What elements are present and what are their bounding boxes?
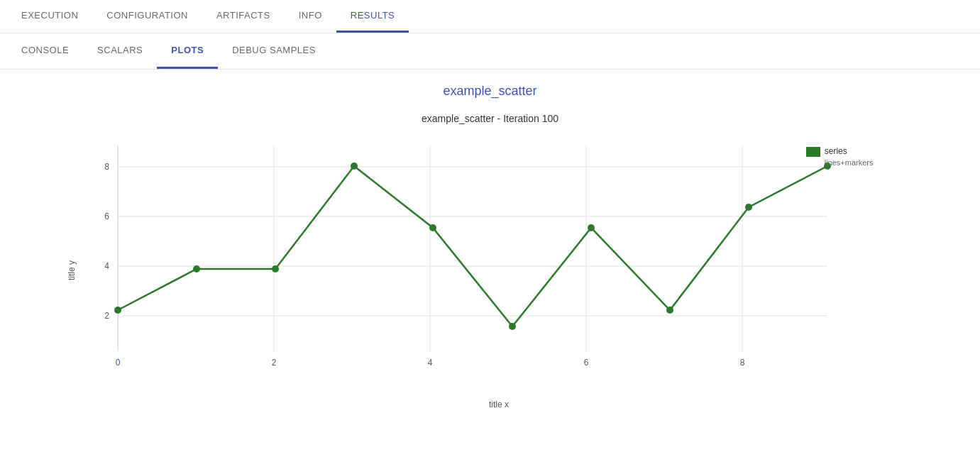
y-tick-2: 2: [104, 311, 109, 321]
data-point-4: [429, 224, 436, 231]
chart-svg: 8 6 4 2 0 2 4 6 8: [82, 131, 863, 394]
sub-nav-tab-plots[interactable]: PLOTS: [157, 33, 218, 69]
legend-series-mode: lines+markers: [825, 158, 874, 168]
data-point-6: [588, 224, 595, 231]
data-point-2: [272, 265, 279, 272]
top-nav-tab-info[interactable]: INFO: [285, 0, 336, 33]
legend-text: series lines+markers: [825, 145, 874, 168]
legend-series-name: series: [825, 145, 874, 158]
sub-nav-tab-console[interactable]: CONSOLE: [7, 33, 83, 69]
chart-section-title: example_scatter: [0, 84, 980, 99]
chart-container: example_scatter - Iteration 100 title y: [65, 113, 916, 409]
sub-nav-tab-debug-samples[interactable]: DEBUG SAMPLES: [218, 33, 330, 69]
legend-color-box: [806, 147, 820, 157]
main-content: example_scatter example_scatter - Iterat…: [0, 70, 980, 424]
y-tick-4: 4: [104, 261, 109, 271]
top-nav-tab-artifacts[interactable]: ARTIFACTS: [202, 0, 285, 33]
data-point-5: [509, 323, 516, 330]
chart-svg-wrapper: 8 6 4 2 0 2 4 6 8: [82, 131, 916, 396]
x-tick-4: 4: [427, 358, 432, 368]
data-point-8: [745, 204, 752, 211]
legend-item: series lines+markers: [806, 145, 874, 168]
chart-subtitle: example_scatter - Iteration 100: [65, 113, 916, 124]
x-tick-8: 8: [739, 358, 744, 368]
data-point-1: [193, 265, 200, 272]
data-point-0: [114, 307, 121, 314]
y-tick-6: 6: [104, 211, 109, 221]
chart-inner: 8 6 4 2 0 2 4 6 8: [82, 131, 916, 409]
x-tick-2: 2: [271, 358, 276, 368]
y-axis-label: title y: [65, 131, 79, 409]
top-nav-tab-execution[interactable]: EXECUTION: [7, 0, 92, 33]
x-tick-6: 6: [583, 358, 588, 368]
chart-legend: series lines+markers: [806, 145, 874, 168]
data-point-3: [351, 163, 358, 170]
top-nav-tab-configuration[interactable]: CONFIGURATION: [92, 0, 202, 33]
y-tick-8: 8: [104, 162, 109, 172]
chart-area: title y: [65, 131, 916, 409]
sub-nav-tab-scalars[interactable]: SCALARS: [83, 33, 157, 69]
top-nav-tab-results[interactable]: RESULTS: [336, 0, 409, 33]
top-navigation: EXECUTIONCONFIGURATIONARTIFACTSINFORESUL…: [0, 0, 980, 33]
data-point-7: [666, 307, 673, 314]
sub-navigation: CONSOLESCALARSPLOTSDEBUG SAMPLES: [0, 33, 980, 70]
x-axis-label: title x: [82, 400, 916, 409]
x-tick-0: 0: [115, 358, 120, 368]
chart-line: [118, 166, 827, 326]
